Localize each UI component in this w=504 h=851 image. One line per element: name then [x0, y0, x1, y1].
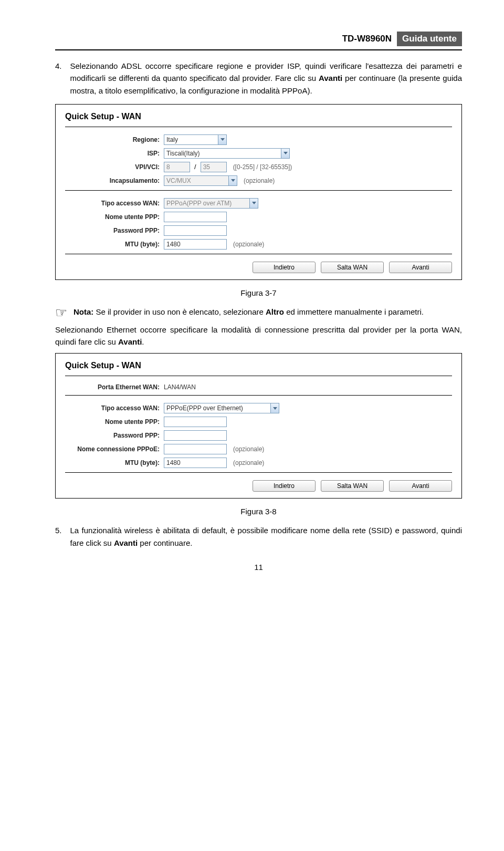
skip-wan-button[interactable]: Salta WAN — [321, 262, 384, 273]
ppp-pass-input[interactable] — [164, 225, 227, 236]
isp-label: ISP: — [65, 150, 160, 157]
regione-label: Regione: — [65, 136, 160, 143]
next-button[interactable]: Avanti — [389, 262, 452, 273]
page-number: 11 — [55, 563, 462, 572]
figure-3-8-caption: Figura 3-8 — [55, 507, 462, 516]
mtu-hint: (opzionale) — [233, 241, 264, 248]
doc-header: TD-W8960N Guida utente — [55, 32, 462, 46]
ppp-user-input[interactable] — [164, 212, 227, 222]
pointing-hand-icon: ☞ — [55, 306, 67, 319]
back-button[interactable]: Indietro — [253, 262, 316, 273]
incaps-select[interactable]: VC/MUX — [164, 175, 237, 186]
divider — [65, 472, 452, 473]
regione-select[interactable]: Italy — [164, 134, 227, 145]
user-label: Nome utente PPP: — [65, 213, 160, 221]
vpivci-hint: ([0-255] / [32-65535]) — [233, 163, 292, 171]
step-5-text: La funzionalità wireless è abilitata di … — [70, 524, 462, 549]
porta-label: Porta Ethernet WAN: — [65, 383, 160, 391]
mtu2-input[interactable]: 1480 — [164, 458, 227, 468]
chevron-down-icon — [218, 135, 226, 144]
mtu-label: MTU (byte): — [65, 241, 160, 248]
ppp-pass2-input[interactable] — [164, 430, 227, 441]
conn-label: Nome connessione PPPoE: — [65, 445, 160, 453]
header-rule — [55, 49, 462, 50]
figure-3-7-caption: Figura 3-7 — [55, 288, 462, 297]
chevron-down-icon — [270, 403, 279, 413]
pass-label: Password PPP: — [65, 227, 160, 234]
vpi-input[interactable]: 8 — [164, 162, 190, 172]
incaps-hint: (opzionale) — [244, 177, 275, 184]
porta-value: LAN4/WAN — [164, 383, 196, 391]
incaps-label: Incapsulamento: — [65, 177, 160, 184]
user2-label: Nome utente PPP: — [65, 418, 160, 426]
back-button-2[interactable]: Indietro — [253, 480, 316, 492]
step-4: 4. Selezionando ADSL occorre specificare… — [55, 60, 462, 97]
guide-badge: Guida utente — [397, 32, 462, 46]
vpivci-label: VPI/VCI: — [65, 163, 160, 171]
divider — [65, 376, 452, 376]
model-label: TD-W8960N — [342, 34, 392, 44]
step-4-text: Selezionando ADSL occorre specificare re… — [70, 60, 462, 97]
tipo-label: Tipo accesso WAN: — [65, 200, 160, 207]
skip-wan-button-2[interactable]: Salta WAN — [321, 480, 384, 492]
divider — [65, 254, 452, 254]
step-5: 5. La funzionalità wireless è abilitata … — [55, 524, 462, 549]
mtu-input[interactable]: 1480 — [164, 239, 227, 250]
ethernet-paragraph: Selezionando Ethernet occorre specificar… — [55, 324, 462, 348]
quick-setup-panel-2: Quick Setup - WAN Porta Ethernet WAN: LA… — [55, 353, 462, 499]
chevron-down-icon — [228, 176, 237, 185]
conn-hint: (opzionale) — [233, 445, 264, 453]
tipo2-label: Tipo accesso WAN: — [65, 404, 160, 412]
vci-input[interactable]: 35 — [201, 162, 227, 172]
tipo2-select[interactable]: PPPoE(PPP over Ethernet) — [164, 403, 279, 413]
pass2-label: Password PPP: — [65, 432, 160, 439]
divider — [65, 190, 452, 191]
chevron-down-icon — [249, 199, 258, 208]
panel1-title: Quick Setup - WAN — [65, 112, 452, 121]
divider — [65, 127, 452, 127]
chevron-down-icon — [281, 149, 289, 158]
tipo-select[interactable]: PPPoA(PPP over ATM) — [164, 198, 258, 209]
quick-setup-panel-1: Quick Setup - WAN Regione: Italy ISP: Ti… — [55, 104, 462, 280]
ppp-user2-input[interactable] — [164, 417, 227, 427]
pppoe-conn-input[interactable] — [164, 444, 227, 454]
mtu2-label: MTU (byte): — [65, 459, 160, 466]
note-block: ☞ Nota: Se il provider in uso non è elen… — [55, 306, 462, 319]
step-4-number: 4. — [55, 60, 62, 97]
divider — [65, 395, 452, 396]
isp-select[interactable]: Tiscali(Italy) — [164, 148, 290, 159]
step-5-number: 5. — [55, 524, 62, 549]
next-button-2[interactable]: Avanti — [389, 480, 452, 492]
mtu2-hint: (opzionale) — [233, 459, 264, 466]
panel2-title: Quick Setup - WAN — [65, 361, 452, 370]
